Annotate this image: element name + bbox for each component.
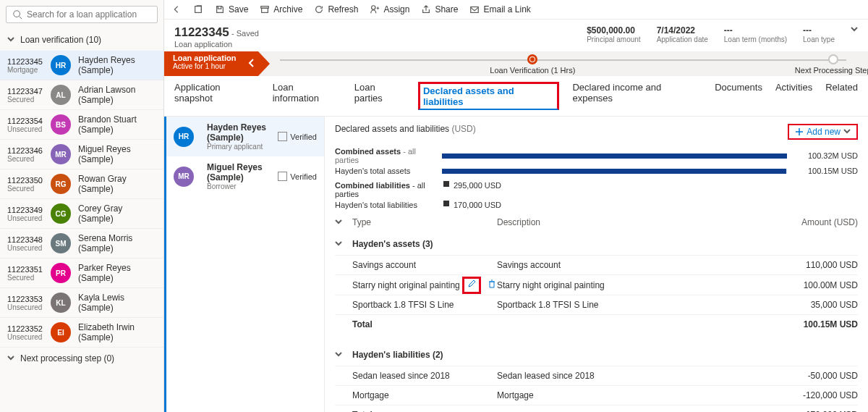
loan-name: Hayden Reyes (Sample) (78, 55, 156, 75)
email-link-button[interactable]: Email a Link (469, 4, 530, 14)
section-loan-verification[interactable]: Loan verification (10) (0, 29, 163, 51)
back-button[interactable] (171, 4, 182, 14)
own-liabilities: Hayden's total liabilities 170,000 USD (335, 201, 858, 209)
stage-active[interactable]: Loan application Active for 1 hour (164, 51, 258, 76)
svg-point-0 (14, 11, 20, 17)
svg-line-1 (20, 17, 22, 20)
stage-bar: Loan application Active for 1 hour Loan … (164, 51, 868, 76)
tab-loan-information[interactable]: Loan information (273, 82, 341, 110)
chevron-down-icon[interactable] (851, 25, 858, 49)
main: Save Archive Refresh Assign Share Email … (164, 0, 868, 412)
avatar: HR (51, 55, 71, 75)
table-row[interactable]: Mortgage Mortgage-120,000 USD (335, 385, 858, 405)
record-title: 11223345 (174, 25, 229, 39)
stat-principal: $500,000.00Principal amount (587, 25, 640, 49)
chevron-left-icon (248, 58, 255, 70)
archive-button[interactable]: Archive (260, 4, 302, 14)
open-button[interactable] (193, 4, 203, 14)
loan-name: Miguel Reyes (Sample) (78, 144, 156, 164)
chevron-down-icon (7, 35, 14, 45)
verified-checkbox[interactable]: Verified (278, 172, 317, 181)
tab-declared-income-and-expenses[interactable]: Declared income and expenses (572, 82, 702, 110)
plus-icon (795, 127, 804, 136)
table-row[interactable]: Starry night original painting Starry ni… (335, 274, 858, 295)
assets-total: Total 100.15M USD (335, 314, 858, 334)
grid-header: Type Description Amount (USD) (335, 211, 858, 233)
edit-icon[interactable] (462, 277, 481, 294)
sidebar: Loan verification (10) 11223345Mortgage … (0, 0, 164, 412)
stat-appdate: 7/14/2022Application date (657, 25, 708, 49)
search-input[interactable] (27, 9, 151, 20)
loan-item[interactable]: 11223351Secured PR Parker Reyes (Sample) (0, 258, 163, 288)
avatar: CG (51, 203, 71, 224)
section-label: Loan verification (10) (20, 35, 101, 45)
party-item[interactable]: MR Miguel Reyes (Sample)Borrower Verifie… (166, 156, 324, 196)
loan-name: Parker Reyes (Sample) (78, 263, 156, 283)
combined-liabilities: Combined liabilities - all parties 295,0… (335, 181, 858, 198)
stage-current[interactable]: Loan Verification (1 Hrs) (490, 54, 575, 75)
loan-item[interactable]: 11223346Secured MR Miguel Reyes (Sample) (0, 140, 163, 169)
table-row[interactable]: Savings account Savings account110,000 U… (335, 255, 858, 274)
tab-related[interactable]: Related (825, 82, 858, 110)
avatar: AL (51, 85, 71, 105)
loan-name: Corey Gray (Sample) (78, 203, 156, 224)
tab-activities[interactable]: Activities (775, 82, 812, 110)
loan-item[interactable]: 11223352Unsecured EI Elizabeth Irwin (Sa… (0, 318, 163, 348)
search-icon (12, 9, 22, 20)
assets-group[interactable]: Hayden's assets (3) (335, 233, 858, 255)
loan-item[interactable]: 11223349Unsecured CG Corey Gray (Sample) (0, 199, 163, 229)
loan-name: Kayla Lewis (Sample) (78, 293, 156, 313)
avatar: SM (51, 233, 71, 253)
delete-icon[interactable] (488, 280, 496, 290)
loan-name: Elizabeth Irwin (Sample) (78, 322, 156, 342)
avatar: EI (51, 322, 71, 342)
loan-item[interactable]: 11223347Secured AL Adrian Lawson (Sample… (0, 80, 163, 110)
record-status: - Saved (231, 29, 259, 38)
loan-name: Rowan Gray (Sample) (78, 174, 156, 194)
record-header: 11223345 - Saved Loan application $500,0… (164, 20, 868, 51)
record-subtitle: Loan application (174, 40, 259, 49)
save-button[interactable]: Save (215, 4, 248, 14)
share-button[interactable]: Share (421, 4, 458, 14)
avatar: MR (174, 167, 194, 187)
tab-declared-assets-and-liabilities[interactable]: Declared assets and liabilities (418, 82, 560, 110)
avatar: KL (51, 293, 71, 313)
assign-button[interactable]: Assign (370, 4, 409, 14)
verified-checkbox[interactable]: Verified (278, 132, 317, 141)
stage-next[interactable]: Next Processing Step (795, 54, 868, 75)
chevron-down-icon (7, 353, 14, 363)
details-panel: Declared assets and liabilities (USD) Ad… (325, 117, 868, 412)
add-new-button[interactable]: Add new (788, 124, 858, 140)
loan-item[interactable]: 11223350Secured RG Rowan Gray (Sample) (0, 169, 163, 199)
table-row[interactable]: Sedan leased since 2018 Sedan leased sin… (335, 366, 858, 385)
stat-type: ---Loan type (803, 25, 835, 49)
section-label: Next processing step (0) (20, 353, 114, 363)
chevron-down-icon[interactable] (335, 217, 342, 227)
loan-name: Brandon Stuart (Sample) (78, 114, 156, 135)
chevron-down-icon (335, 239, 342, 249)
tab-loan-parties[interactable]: Loan parties (354, 82, 405, 110)
avatar: BS (51, 114, 71, 135)
chevron-down-icon (335, 350, 342, 360)
avatar: HR (174, 127, 194, 147)
refresh-button[interactable]: Refresh (314, 4, 358, 14)
loan-item[interactable]: 11223348Unsecured SM Serena Morris (Samp… (0, 229, 163, 258)
svg-rect-2 (195, 7, 202, 13)
avatar: MR (51, 144, 71, 164)
liabilities-group[interactable]: Hayden's liabilities (2) (335, 344, 858, 366)
table-row[interactable]: Sportback 1.8 TFSI S Line Sportback 1.8 … (335, 295, 858, 314)
loan-name: Serena Morris (Sample) (78, 233, 156, 253)
search-box[interactable] (6, 6, 158, 23)
section-next-step[interactable]: Next processing step (0) (0, 348, 163, 369)
tab-application-snapshot[interactable]: Application snapshot (174, 82, 260, 110)
details-title: Declared assets and liabilities (USD) (335, 124, 476, 140)
svg-point-5 (372, 6, 375, 9)
loan-item[interactable]: 11223354Unsecured BS Brandon Stuart (Sam… (0, 110, 163, 140)
tab-documents[interactable]: Documents (715, 82, 762, 110)
loan-item[interactable]: 11223353Unsecured KL Kayla Lewis (Sample… (0, 288, 163, 318)
loan-item[interactable]: 11223345Mortgage HR Hayden Reyes (Sample… (0, 51, 163, 80)
loan-name: Adrian Lawson (Sample) (78, 85, 156, 105)
liabilities-total: Total -170,000 USD (335, 405, 858, 412)
party-item[interactable]: HR Hayden Reyes (Sample)Primary applican… (166, 117, 324, 156)
combined-assets-bar: Combined assets - all parties 100.32M US… (335, 147, 858, 164)
